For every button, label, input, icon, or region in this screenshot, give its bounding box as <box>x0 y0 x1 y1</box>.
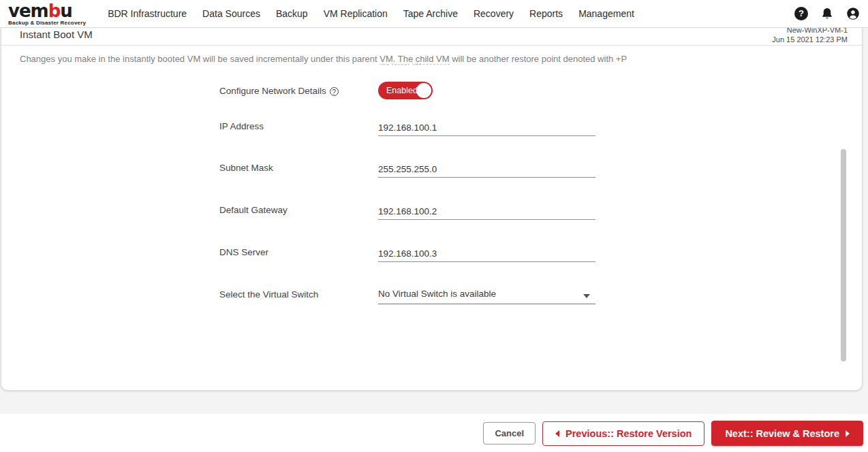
caret-left-icon <box>555 430 559 437</box>
next-review-restore-button[interactable]: Next:: Review & Restore <box>711 421 863 446</box>
notification-bell-icon[interactable] <box>820 7 834 20</box>
nav-item-data-sources[interactable]: Data Sources <box>202 8 260 19</box>
nav-item-management[interactable]: Management <box>578 8 634 19</box>
network-details-help-icon[interactable]: ? <box>330 87 339 96</box>
vembu-logo-wordmark: vembu <box>8 2 86 20</box>
instant-boot-vm-panel: Instant Boot VM New-WinXP-VM-1 Jun 15 20… <box>1 28 863 391</box>
vertical-scrollbar[interactable] <box>841 149 846 361</box>
virtual-switch-label: Select the Virtual Switch <box>219 289 318 300</box>
vembu-logo-tagline: Backup & Disaster Recovery <box>8 20 86 26</box>
toggle-knob <box>416 83 431 98</box>
clipped-tooltip-text: the target VM <box>380 62 422 65</box>
nav-item-tape-archive[interactable]: Tape Archive <box>403 8 458 19</box>
page-title: Instant Boot VM <box>20 29 93 40</box>
user-account-icon[interactable] <box>846 7 860 20</box>
toggle-state-label: Enabled <box>386 86 418 95</box>
wizard-footer: Cancel Previous:: Restore Version Next::… <box>0 414 868 452</box>
default-gateway-input[interactable] <box>378 204 595 220</box>
nav-item-recovery[interactable]: Recovery <box>474 8 514 19</box>
ip-address-label: IP Address <box>219 121 264 131</box>
nav-item-reports[interactable]: Reports <box>529 8 563 19</box>
virtual-switch-selected-value: No Virtual Switch is available <box>378 288 595 300</box>
nav-item-vm-replication[interactable]: VM Replication <box>324 8 388 19</box>
subnet-mask-label: Subnet Mask <box>219 163 273 173</box>
instant-boot-description: Changes you make in the instantly booted… <box>20 54 627 64</box>
top-navigation-bar: vembu Backup & Disaster Recovery BDR Inf… <box>0 0 868 28</box>
caret-right-icon <box>846 430 850 437</box>
nav-item-backup[interactable]: Backup <box>276 8 308 19</box>
vembu-logo[interactable]: vembu Backup & Disaster Recovery <box>8 2 86 26</box>
default-gateway-label: Default Gateway <box>219 205 288 215</box>
ip-address-input[interactable] <box>378 120 595 136</box>
dns-server-input[interactable] <box>378 246 595 262</box>
main-menu: BDR Infrastructure Data Sources Backup V… <box>108 8 634 19</box>
configure-network-toggle[interactable]: Enabled <box>378 82 433 99</box>
configure-network-details-label: Configure Network Details? <box>219 86 339 96</box>
nav-item-bdr-infrastructure[interactable]: BDR Infrastructure <box>108 8 187 19</box>
subnet-mask-input[interactable] <box>378 161 595 178</box>
dns-server-label: DNS Server <box>219 247 268 257</box>
panel-header: Instant Boot VM <box>1 28 862 46</box>
restore-point-timestamp: Jun 15 2021 12:23 PM <box>772 35 848 44</box>
chevron-down-icon <box>583 294 590 298</box>
vm-meta: New-WinXP-VM-1 Jun 15 2021 12:23 PM <box>772 25 848 44</box>
previous-restore-version-button[interactable]: Previous:: Restore Version <box>542 421 704 446</box>
cancel-button[interactable]: Cancel <box>483 422 536 445</box>
virtual-switch-select[interactable]: No Virtual Switch is available <box>378 288 595 304</box>
help-icon[interactable]: ? <box>794 7 808 20</box>
